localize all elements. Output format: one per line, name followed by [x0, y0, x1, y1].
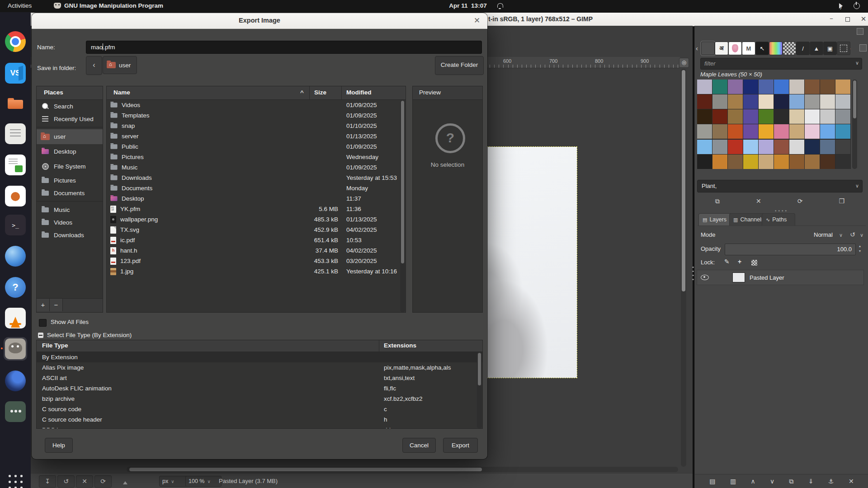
pattern-swatch[interactable]: [820, 124, 835, 139]
filename-input[interactable]: mao.pfm: [86, 41, 482, 54]
pattern-swatch[interactable]: [712, 80, 727, 94]
tool-options-revert-icon[interactable]: ↺: [57, 475, 75, 488]
pattern-tag-select[interactable]: Plant, ∨: [697, 180, 863, 192]
pattern-swatch[interactable]: [728, 140, 743, 154]
duplicate-icon[interactable]: ⧉: [715, 197, 720, 205]
pattern-swatch[interactable]: [805, 109, 820, 124]
dockable-tab-brushes-m-icon[interactable]: M: [742, 42, 755, 55]
layers-menu-icon[interactable]: [857, 28, 863, 35]
pattern-swatch[interactable]: [712, 94, 727, 109]
dock-item-files[interactable]: [5, 93, 26, 113]
opacity-slider[interactable]: 100.0: [725, 244, 856, 255]
show-all-files-checkbox[interactable]: [39, 319, 47, 327]
chevron-down-icon[interactable]: ∨: [839, 232, 843, 238]
clock[interactable]: Apr 11 13:07: [441, 2, 495, 9]
close-icon[interactable]: ✕: [472, 16, 482, 26]
file-type-row[interactable]: By Extension: [37, 352, 482, 362]
dockable-tab-line-icon[interactable]: /: [796, 42, 810, 55]
close-icon[interactable]: ✕: [859, 15, 868, 23]
pattern-swatch[interactable]: [820, 155, 835, 169]
file-type-row[interactable]: bzip archivexcf.bz2,xcfbz2: [37, 394, 482, 404]
pattern-swatch[interactable]: [835, 140, 850, 154]
canvas-horizontal-scrollbar[interactable]: [127, 467, 678, 472]
dockable-tab-triangle-icon[interactable]: ▲: [810, 42, 823, 55]
pattern-swatch[interactable]: [820, 140, 835, 154]
dock-item-editor[interactable]: [5, 123, 26, 144]
dock-item-calc[interactable]: [5, 155, 26, 175]
place-item-recently-used[interactable]: Recently Used: [37, 113, 103, 125]
file-row[interactable]: PicturesWednesday: [107, 152, 406, 162]
pattern-swatch[interactable]: [759, 155, 774, 169]
pattern-swatch[interactable]: [743, 140, 758, 154]
tool-options-reset-icon[interactable]: ⟳: [94, 475, 112, 488]
pattern-swatch[interactable]: [728, 80, 743, 94]
pattern-swatch[interactable]: [789, 80, 804, 94]
maximize-icon[interactable]: [844, 15, 852, 23]
pattern-swatch[interactable]: [759, 94, 774, 109]
pattern-swatch[interactable]: [697, 94, 712, 109]
dock-item-help[interactable]: ?: [5, 277, 26, 298]
chevron-down-icon[interactable]: ∨: [860, 232, 863, 238]
power-icon[interactable]: [854, 3, 860, 9]
pattern-swatch[interactable]: [774, 94, 789, 109]
mode-value[interactable]: Normal: [814, 231, 833, 238]
file-row[interactable]: Videos01/09/2025: [107, 100, 406, 110]
pattern-swatch[interactable]: [820, 109, 835, 124]
scrollbar-thumb[interactable]: [401, 101, 404, 263]
pattern-swatch[interactable]: [759, 80, 774, 94]
lower-icon[interactable]: ∨: [770, 478, 774, 485]
lock-position-icon[interactable]: +: [738, 258, 741, 265]
scrollbar-thumb[interactable]: [853, 80, 856, 118]
place-item-search[interactable]: Search: [37, 100, 103, 113]
visibility-eye-icon[interactable]: [701, 275, 709, 280]
pattern-swatch[interactable]: [743, 80, 758, 94]
pattern-swatch[interactable]: [820, 80, 835, 94]
pattern-swatch[interactable]: [774, 80, 789, 94]
file-row[interactable]: Public01/09/2025: [107, 141, 406, 152]
dock-item-software[interactable]: [5, 401, 26, 422]
file-type-row[interactable]: C source code headerh: [37, 414, 482, 425]
pattern-swatch[interactable]: [743, 94, 758, 109]
pattern-swatch[interactable]: [728, 94, 743, 109]
file-row[interactable]: TX.svg452.9 kB04/02/2025: [107, 225, 406, 235]
file-row[interactable]: DownloadsYesterday at 15:53: [107, 173, 406, 183]
dock-item-impress[interactable]: [5, 186, 26, 206]
file-row[interactable]: server01/13/2025: [107, 131, 406, 141]
file-type-row[interactable]: DDS imagedds: [37, 425, 482, 429]
pattern-swatch[interactable]: [820, 94, 835, 109]
place-item-music[interactable]: Music: [37, 203, 103, 216]
pattern-swatch[interactable]: [789, 155, 804, 169]
panel-splitter[interactable]: [692, 265, 694, 282]
remove-place-button[interactable]: −: [50, 299, 63, 311]
pattern-swatch[interactable]: [805, 140, 820, 154]
file-row[interactable]: Templates01/09/2025: [107, 110, 406, 121]
file-row[interactable]: 123.pdf453.3 kB03/20/2025: [107, 256, 406, 266]
dock-item-vlc[interactable]: [5, 308, 26, 328]
pattern-swatch[interactable]: [759, 140, 774, 154]
delete-icon[interactable]: ✕: [756, 197, 761, 205]
unit-select[interactable]: px∨: [159, 476, 189, 487]
image-layer-preview[interactable]: [487, 147, 577, 378]
place-item-documents[interactable]: Documents: [37, 187, 103, 199]
pattern-swatch[interactable]: [743, 124, 758, 139]
dock-item-chrome[interactable]: [5, 31, 26, 52]
place-item-desktop[interactable]: Desktop: [37, 144, 103, 159]
file-type-row[interactable]: C source codec: [37, 404, 482, 414]
volume-icon[interactable]: [839, 3, 845, 9]
pattern-swatch[interactable]: [835, 124, 850, 139]
file-row[interactable]: ic.pdf651.4 kB10:53: [107, 235, 406, 245]
scrollbar-thumb[interactable]: [682, 70, 685, 291]
tool-options-save-icon[interactable]: ↧: [39, 475, 56, 488]
new-group-icon[interactable]: ▥: [730, 478, 736, 485]
layer-thumbnail[interactable]: [732, 272, 745, 282]
dockable-tab-brush-icon[interactable]: [728, 42, 742, 55]
file-type-row[interactable]: Alias Pix imagepix,matte,mask,alpha,als: [37, 362, 482, 373]
dockable-tab-canvas-icon[interactable]: ▣: [823, 42, 837, 55]
raise-icon[interactable]: ∧: [750, 478, 755, 485]
anchor-icon[interactable]: ⚓: [828, 478, 834, 485]
dockable-tab-fonts-icon[interactable]: अ: [715, 42, 728, 55]
dock-drag-handle[interactable]: ••••: [695, 208, 868, 213]
tab-paths[interactable]: ∿Paths: [762, 213, 795, 225]
pattern-swatch[interactable]: [789, 94, 804, 109]
file-type-row[interactable]: AutoDesk FLIC animationfli,flc: [37, 383, 482, 394]
